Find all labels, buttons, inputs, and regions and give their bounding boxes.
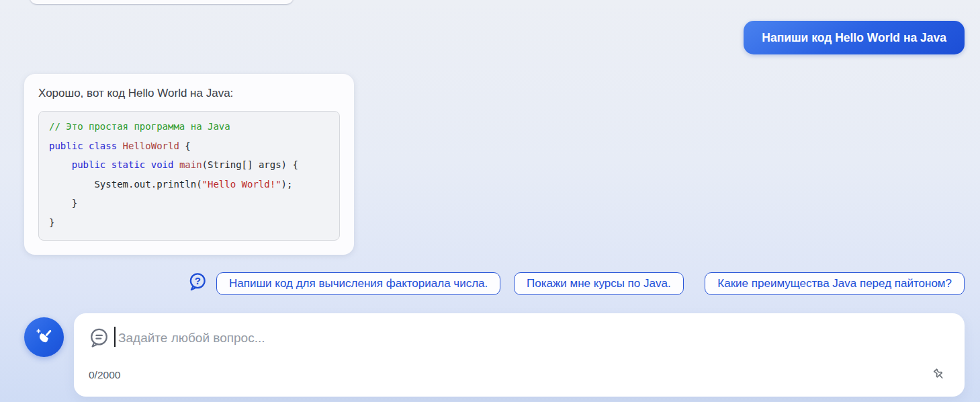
char-counter: 0/2000 <box>89 369 120 381</box>
svg-text:?: ? <box>195 275 201 286</box>
question-bubble-icon: ? <box>187 272 208 292</box>
assistant-message-text: Хорошо, вот код Hello World на Java: <box>38 85 340 102</box>
user-message-bubble: Напиши код Hello World на Java <box>744 21 965 54</box>
text-caret <box>114 327 116 347</box>
chat-bubble-icon <box>88 327 110 349</box>
code-block: // Это простая программа на Javapublic c… <box>38 111 340 241</box>
suggestion-chip-label: Напиши код для вычисления факториала чис… <box>229 277 488 290</box>
code-content: // Это простая программа на Javapublic c… <box>49 117 329 232</box>
chat-background: Напиши код Hello World на Java Хорошо, в… <box>0 0 980 402</box>
suggestion-chip-label: Какие преимущества Java перед пайтоном? <box>717 277 952 290</box>
composer-card: 0/2000 <box>74 313 965 397</box>
code-line: public class HelloWorld { <box>49 136 329 156</box>
code-line: // Это простая программа на Java <box>49 117 329 136</box>
question-input[interactable] <box>117 325 912 352</box>
user-message-text: Напиши код Hello World на Java <box>762 31 946 45</box>
code-line: System.out.println("Hello World!"); <box>49 175 329 194</box>
code-line: } <box>49 213 329 233</box>
code-line: } <box>49 194 329 213</box>
pin-button[interactable] <box>931 366 948 384</box>
suggestion-chip-factorial[interactable]: Напиши код для вычисления факториала чис… <box>216 272 500 295</box>
broom-icon <box>34 327 54 348</box>
assistant-message-bubble: Хорошо, вот код Hello World на Java: // … <box>24 74 354 255</box>
suggestion-chip-courses[interactable]: Покажи мне курсы по Java. <box>514 272 684 295</box>
pushpin-icon <box>931 366 948 384</box>
suggestion-chip-advantages[interactable]: Какие преимущества Java перед пайтоном? <box>705 272 965 295</box>
previous-message-fragment <box>30 0 294 4</box>
code-line: public static void main(String[] args) { <box>49 155 329 175</box>
suggestion-chip-label: Покажи мне курсы по Java. <box>527 277 671 290</box>
clear-chat-button[interactable] <box>24 317 64 357</box>
